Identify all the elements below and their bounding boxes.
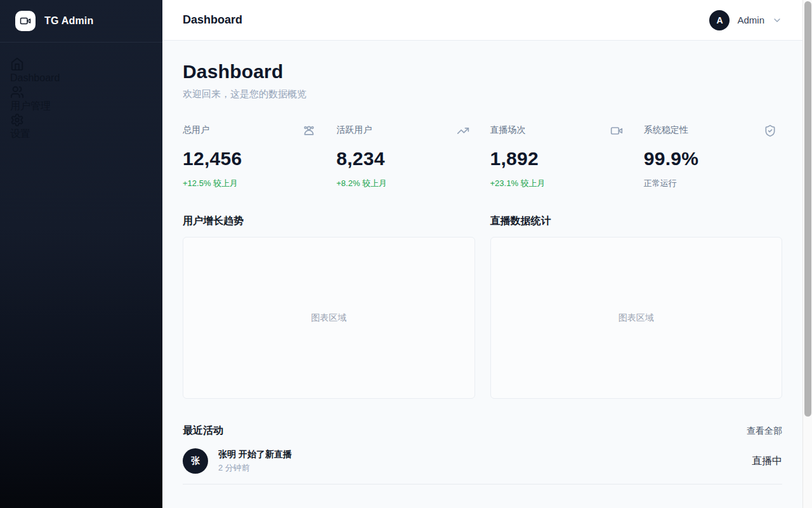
sidebar-item-label: Dashboard <box>10 71 152 85</box>
stat-value: 12,456 <box>183 148 321 170</box>
activity-text: 张明 开始了新直播 <box>218 449 742 460</box>
video-camera-icon <box>20 15 31 27</box>
stat-label: 活跃用户 <box>336 124 372 136</box>
top-header: Dashboard A Admin <box>162 0 802 41</box>
activity-avatar: 张 <box>183 448 208 474</box>
brand-name: TG Admin <box>44 15 93 27</box>
chart-placeholder-text: 图表区域 <box>311 312 346 324</box>
recent-activity-title: 最近活动 <box>183 424 223 438</box>
chart-area: 图表区域 <box>490 237 783 399</box>
content-area: Dashboard 欢迎回来，这是您的数据概览 总用户 12,456 +12.5… <box>162 41 802 508</box>
activity-status-badge: 直播中 <box>752 455 782 468</box>
video-icon <box>610 124 623 137</box>
stat-delta: 正常运行 <box>644 178 782 189</box>
trending-up-icon <box>457 124 469 137</box>
stat-label: 直播场次 <box>490 124 526 136</box>
sidebar-nav: Dashboard 用户管理 设置 <box>0 43 162 141</box>
stat-card-active-users: 活跃用户 8,234 +8.2% 较上月 <box>336 124 475 189</box>
sidebar-item-dashboard[interactable]: Dashboard <box>10 57 152 85</box>
view-all-link[interactable]: 查看全部 <box>747 425 782 437</box>
chart-placeholder-text: 图表区域 <box>619 312 654 324</box>
header-title: Dashboard <box>183 13 242 27</box>
sidebar-item-label: 用户管理 <box>10 99 152 113</box>
stat-value: 1,892 <box>490 148 629 170</box>
stats-row: 总用户 12,456 +12.5% 较上月 活跃用户 8,234 +8.2% 较… <box>183 124 782 189</box>
chart-area: 图表区域 <box>183 237 475 399</box>
stat-delta: +23.1% 较上月 <box>490 178 629 189</box>
stat-card-live-sessions: 直播场次 1,892 +23.1% 较上月 <box>490 124 629 189</box>
scrollbar-thumb[interactable] <box>804 1 811 417</box>
vertical-scrollbar[interactable] <box>802 0 812 508</box>
chart-title: 直播数据统计 <box>490 215 783 228</box>
activity-time: 2 分钟前 <box>218 462 742 474</box>
sidebar-item-label: 设置 <box>10 127 152 141</box>
activity-list-item[interactable]: 张 张明 开始了新直播 2 分钟前 直播中 <box>183 438 782 485</box>
chart-user-growth: 用户增长趋势 图表区域 <box>183 215 475 399</box>
chart-title: 用户增长趋势 <box>183 215 475 228</box>
user-name: Admin <box>737 15 764 25</box>
stat-delta: +8.2% 较上月 <box>336 178 475 189</box>
user-menu[interactable]: A Admin <box>709 10 782 30</box>
charts-row: 用户增长趋势 图表区域 直播数据统计 图表区域 <box>183 215 782 399</box>
stat-label: 系统稳定性 <box>644 124 688 136</box>
users-icon <box>10 85 24 99</box>
chevron-down-icon <box>772 15 782 25</box>
stat-card-system-uptime: 系统稳定性 99.9% 正常运行 <box>644 124 782 189</box>
sidebar-item-settings[interactable]: 设置 <box>10 113 152 141</box>
stat-value: 99.9% <box>644 148 782 170</box>
sidebar: TG Admin Dashboard 用户管理 设置 <box>0 0 162 508</box>
home-icon <box>10 57 24 71</box>
main-column: Dashboard A Admin Dashboard 欢迎回来，这是您的数据概… <box>162 0 802 508</box>
users-group-icon <box>303 124 315 137</box>
page-subtitle: 欢迎回来，这是您的数据概览 <box>183 88 782 100</box>
shield-check-icon <box>764 124 776 137</box>
settings-icon <box>10 113 24 127</box>
brand: TG Admin <box>0 0 162 43</box>
brand-logo <box>15 11 36 31</box>
stat-value: 8,234 <box>336 148 475 170</box>
user-avatar[interactable]: A <box>709 10 730 30</box>
page-title: Dashboard <box>183 61 782 83</box>
stat-delta: +12.5% 较上月 <box>183 178 321 189</box>
stat-card-total-users: 总用户 12,456 +12.5% 较上月 <box>183 124 321 189</box>
recent-activity-section: 最近活动 查看全部 张 张明 开始了新直播 2 分钟前 直播中 <box>183 424 782 485</box>
chart-live-stats: 直播数据统计 图表区域 <box>490 215 783 399</box>
stat-label: 总用户 <box>183 124 209 136</box>
sidebar-item-user-management[interactable]: 用户管理 <box>10 85 152 113</box>
